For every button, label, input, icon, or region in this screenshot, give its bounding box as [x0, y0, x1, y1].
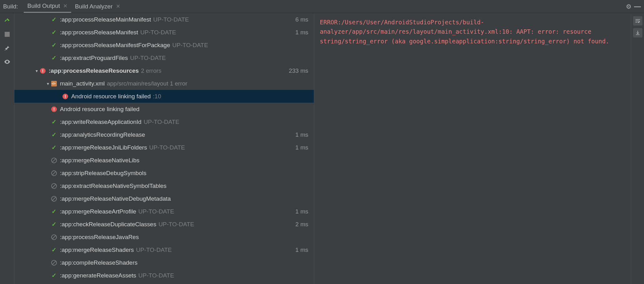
task-suffix: :10 — [153, 93, 161, 100]
tree-row[interactable]: ✓:app:extractProguardFilesUP-TO-DATE — [14, 51, 314, 64]
tree-row[interactable]: ✓:app:writeReleaseApplicationIdUP-TO-DAT… — [14, 115, 314, 128]
tab-bar: Build: Build Output ✕ Build Analyzer ✕ ⚙… — [0, 0, 644, 13]
task-name: :app:mergeReleaseShaders — [60, 247, 134, 253]
check-icon: ✓ — [52, 272, 57, 279]
task-name: Android resource linking failed — [60, 106, 140, 113]
task-status: UP-TO-DATE — [138, 272, 174, 279]
tree-row[interactable]: ✓:app:analyticsRecordingRelease1 ms — [14, 128, 314, 141]
tab-title: Build Output — [27, 2, 60, 9]
task-status: UP-TO-DATE — [140, 29, 176, 36]
task-name: :app:checkReleaseDuplicateClasses — [60, 221, 156, 228]
tab-build-analyzer[interactable]: Build Analyzer ✕ — [71, 0, 124, 13]
task-time: 1 ms — [295, 144, 308, 151]
skip-icon — [51, 183, 57, 189]
tree-row[interactable]: ✓:app:mergeReleaseJniLibFoldersUP-TO-DAT… — [14, 141, 314, 154]
check-icon: ✓ — [52, 16, 57, 23]
close-icon[interactable]: ✕ — [63, 3, 67, 9]
tree-row[interactable]: :app:mergeReleaseNativeLibs — [14, 154, 314, 167]
task-time: 1 ms — [295, 131, 308, 138]
stop-icon[interactable] — [3, 31, 11, 38]
task-name: :app:compileReleaseShaders — [60, 259, 137, 266]
minimize-icon[interactable]: — — [634, 2, 641, 11]
task-name: :app:analyticsRecordingRelease — [60, 131, 145, 138]
tree-row[interactable]: !Android resource linking failed — [14, 103, 314, 115]
check-icon: ✓ — [52, 144, 57, 151]
check-icon: ✓ — [52, 54, 57, 61]
build-tree[interactable]: ✓:app:processReleaseMainManifestUP-TO-DA… — [14, 13, 314, 284]
task-time: 1 ms — [295, 29, 308, 36]
check-icon: ✓ — [52, 29, 57, 36]
task-time: 6 ms — [295, 16, 308, 23]
check-icon: ✓ — [52, 42, 57, 49]
tree-row[interactable]: ▾!:app:processReleaseResources2 errors23… — [14, 64, 314, 77]
chevron-down-icon[interactable]: ▾ — [34, 68, 39, 73]
tree-row[interactable]: !Android resource linking failed:10 — [14, 90, 314, 103]
task-time: 2 ms — [295, 221, 308, 228]
tree-row[interactable]: ✓:app:generateReleaseAssetsUP-TO-DATE — [14, 269, 314, 282]
error-text[interactable]: ERROR:/Users/User/AndroidStudioProjects/… — [320, 17, 625, 46]
task-name: :app:processReleaseManifestForPackage — [60, 42, 170, 49]
tree-row[interactable]: ✓:app:processReleaseManifestUP-TO-DATE1 … — [14, 26, 314, 39]
tree-row[interactable]: ▾main_activity.xml app/src/main/res/layo… — [14, 77, 314, 90]
tree-row[interactable]: ✓:app:processReleaseMainManifestUP-TO-DA… — [14, 13, 314, 26]
scroll-to-end-icon[interactable] — [633, 28, 642, 37]
error-detail-panel: ERROR:/Users/User/AndroidStudioProjects/… — [314, 13, 631, 284]
task-status: UP-TO-DATE — [138, 208, 174, 215]
skip-icon — [51, 158, 57, 163]
task-name: Android resource linking failed — [71, 93, 151, 100]
task-name: :app:writeReleaseApplicationId — [60, 119, 141, 125]
skip-icon — [51, 234, 57, 240]
check-icon: ✓ — [52, 131, 57, 138]
task-name: :app:processReleaseResources — [49, 67, 139, 74]
tree-row[interactable]: :app:processReleaseJavaRes — [14, 231, 314, 243]
tree-row[interactable]: :app:extractReleaseNativeSymbolTables — [14, 179, 314, 192]
error-icon: ! — [51, 106, 57, 112]
check-icon: ✓ — [52, 118, 57, 125]
check-icon: ✓ — [52, 221, 57, 228]
task-name: :app:processReleaseManifest — [60, 29, 138, 36]
task-name: :app:processReleaseJavaRes — [60, 234, 139, 241]
task-status: UP-TO-DATE — [149, 144, 185, 151]
tab-build-output[interactable]: Build Output ✕ — [24, 0, 72, 13]
task-name: :app:extractReleaseNativeSymbolTables — [60, 183, 166, 189]
task-name: :app:stripReleaseDebugSymbols — [60, 170, 146, 177]
task-name: main_activity.xml — [60, 80, 105, 87]
task-name: :app:mergeReleaseJniLibFolders — [60, 144, 147, 151]
task-name: :app:processReleaseMainManifest — [60, 16, 151, 23]
skip-icon — [51, 170, 57, 176]
error-icon: ! — [62, 94, 68, 99]
tree-row[interactable]: ✓:app:mergeReleaseArtProfileUP-TO-DATE1 … — [14, 205, 314, 218]
task-status: UP-TO-DATE — [153, 16, 189, 23]
task-status: UP-TO-DATE — [130, 55, 166, 61]
task-time: 233 ms — [289, 67, 308, 74]
task-status: UP-TO-DATE — [172, 42, 208, 49]
tree-row[interactable]: :app:stripReleaseDebugSymbols — [14, 167, 314, 179]
right-gutter — [631, 13, 644, 284]
tree-row[interactable]: ✓:app:processReleaseManifestForPackageUP… — [14, 39, 314, 51]
task-name: :app:mergeReleaseArtProfile — [60, 208, 136, 215]
build-label: Build: — [3, 3, 18, 10]
left-gutter — [0, 13, 14, 284]
check-icon: ✓ — [52, 208, 57, 215]
soft-wrap-icon[interactable] — [633, 16, 642, 26]
task-time: 1 ms — [295, 208, 308, 215]
tree-row[interactable]: ✓:app:mergeReleaseShadersUP-TO-DATE1 ms — [14, 243, 314, 256]
pin-icon[interactable] — [3, 44, 11, 52]
task-status: UP-TO-DATE — [136, 247, 172, 253]
check-icon: ✓ — [52, 246, 57, 253]
eye-icon[interactable] — [3, 58, 11, 66]
task-name: :app:mergeReleaseNativeDebugMetadata — [60, 195, 171, 202]
gear-icon[interactable]: ⚙ — [626, 3, 632, 10]
task-status: UP-TO-DATE — [144, 119, 179, 125]
error-icon: ! — [40, 68, 46, 74]
task-name: :app:generateReleaseAssets — [60, 272, 136, 279]
chevron-down-icon[interactable]: ▾ — [45, 81, 51, 86]
hammer-icon[interactable] — [3, 17, 11, 24]
tree-row[interactable]: :app:mergeReleaseNativeDebugMetadata — [14, 192, 314, 205]
tree-row[interactable]: :app:compileReleaseShaders — [14, 256, 314, 269]
task-status: 2 errors — [141, 67, 161, 74]
tree-row[interactable]: ✓:app:checkReleaseDuplicateClassesUP-TO-… — [14, 218, 314, 231]
close-icon[interactable]: ✕ — [116, 3, 120, 10]
task-path: app/src/main/res/layout 1 error — [107, 80, 187, 87]
file-icon — [51, 81, 57, 86]
